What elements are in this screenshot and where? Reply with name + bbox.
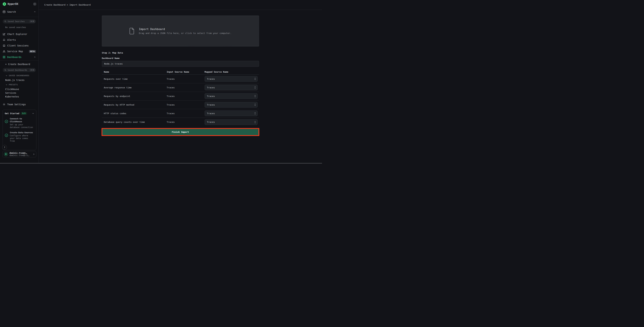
service-map-icon [3,50,6,53]
sidebar-item-client-sessions[interactable]: Client Sessions [0,43,38,48]
sidebar-item-team-settings[interactable]: Team Settings [0,102,38,107]
input-source-name: Traces [167,104,204,106]
tile-name: Average response time [102,86,167,89]
input-source-name: Traces [167,121,204,123]
task-title: Create Data Sources [10,131,34,134]
table-row: Requests by endpoint Traces Traces [102,92,259,100]
divider [0,60,38,61]
table-row: Requests over time Traces Traces [102,75,259,83]
dashboard-name-label: Dashboard Name [102,57,259,60]
input-source-name: Traces [167,78,204,80]
chevron-updown-icon [254,103,256,106]
sidebar-item-dashboards[interactable]: Dashboards [0,54,38,60]
search-icon [4,69,6,71]
input-source-name: Traces [167,95,204,98]
mapped-source-select[interactable]: Traces [204,119,258,125]
sidebar-nav: Chart Explorer Alerts Client Sessions [0,31,38,60]
beta-badge: BETA [29,50,36,53]
breadcrumb-separator: > [67,4,68,6]
presets-section-header[interactable]: PRESETS [6,84,38,86]
chevron-up-icon[interactable] [34,11,36,13]
help-button[interactable]: ? [2,145,7,150]
preset-item-services[interactable]: Services [5,92,38,94]
chevron-up-icon[interactable] [34,56,36,58]
task-description: Set up your database connection [10,123,34,129]
step-label: Step 2: Map Data [102,52,259,54]
preset-item-kubernetes[interactable]: Kubernetes [5,95,38,98]
top-bar: Create Dashboard > Import Dashboard [39,0,322,10]
hyperdx-logo-icon [3,2,6,6]
select-value: Traces [207,78,215,80]
tile-name: Requests by endpoint [102,95,167,98]
chevron-updown-icon [254,78,256,80]
select-value: Traces [207,121,215,123]
table-header-row: Name Input Source Name Mapped Source Nam… [102,69,259,75]
user-account-button[interactable]: D dominic.tran@c… dominic.tran@cli… [2,151,36,158]
app: HyperDX Search Saved Searches ⌘ K [0,0,322,164]
avatar: D [4,152,8,156]
create-dashboard-label: Create Dashboard [8,63,30,66]
tile-name: Requests over time [102,78,167,80]
app-title: HyperDX [8,2,32,6]
chevron-updown-icon [254,121,256,124]
mapped-source-select[interactable]: Traces [204,102,258,108]
import-content: Import Dashboard Drag and drop a JSON fi… [102,16,259,136]
sidebar-item-label: Client Sessions [7,44,28,47]
chevron-up-icon[interactable] [32,112,34,114]
chevron-right-icon [33,153,35,155]
chevron-down-icon [6,75,8,76]
sidebar-item-service-map[interactable]: Service Map BETA [0,48,38,54]
finish-import-button[interactable]: Finish Import [102,129,258,135]
horizontal-scrollbar[interactable] [0,163,322,164]
saved-dashboards-placeholder: Saved Dashboards [8,69,28,71]
section-label: SAVED DASHBOARDS [9,74,30,77]
tile-name: HTTP status codes [102,112,167,115]
get-started-progress-badge: 3/3 [20,112,27,115]
breadcrumb: Create Dashboard > Import Dashboard [44,4,90,6]
logo-row: HyperDX [0,0,38,8]
mapped-source-select[interactable]: Traces [204,84,258,90]
task-title: Connect to ClickHouse [10,118,34,123]
saved-dashboards-section-header[interactable]: SAVED DASHBOARDS [6,74,38,77]
sidebar-item-chart-explorer[interactable]: Chart Explorer [0,31,38,37]
laptop-icon [3,44,6,47]
mapped-source-select[interactable]: Traces [204,110,258,116]
chevron-down-icon [6,84,8,86]
column-header-input-source: Input Source Name [167,70,204,73]
saved-dashboard-item[interactable]: Node.js traces [5,79,38,82]
sidebar: HyperDX Search Saved Searches ⌘ K [0,0,39,164]
sidebar-item-label: Chart Explorer [7,33,27,36]
sidebar-item-alerts[interactable]: Alerts [0,37,38,43]
collapse-sidebar-icon[interactable] [34,3,36,6]
select-value: Traces [207,112,215,115]
select-value: Traces [207,95,215,98]
get-started-title: Get Started [5,112,19,115]
sidebar-item-search[interactable]: Search [0,9,38,14]
column-header-mapped-source: Mapped Source Name [204,70,259,73]
file-dropzone[interactable]: Import Dashboard Drag and drop a JSON fi… [102,16,259,46]
get-started-item-connect[interactable]: Connect to ClickHouse Set up your databa… [5,118,34,129]
input-source-name: Traces [167,112,204,115]
breadcrumb-create-dashboard[interactable]: Create Dashboard [44,4,66,6]
saved-searches-input[interactable]: Saved Searches ⌘ K [3,19,36,24]
get-started-item-sources[interactable]: Create Data Sources Configure where your… [5,131,34,142]
preset-item-clickhouse[interactable]: ClickHouse [5,88,38,91]
dashboard-name-input[interactable] [102,61,259,67]
tile-name: Requests by HTTP method [102,104,167,106]
saved-dashboards-input[interactable]: Saved Dashboards ⌘ K [3,68,36,72]
question-mark-icon: ? [4,146,5,149]
mapped-source-select[interactable]: Traces [204,76,258,82]
input-source-name: Traces [167,86,204,89]
file-icon [129,28,134,34]
select-value: Traces [207,104,215,106]
table-row: Average response time Traces Traces [102,83,259,92]
search-icon [4,20,6,22]
get-started-panel: Get Started 3/3 Connect to ClickHouse Se… [2,110,36,150]
create-dashboard-button[interactable]: + Create Dashboard [0,62,38,67]
sidebar-item-label: Service Map [7,50,23,53]
mapped-source-select[interactable]: Traces [204,93,258,99]
finish-import-highlight: Finish Import [102,128,259,136]
dashboards-icon [3,56,6,58]
table-row: Database query counts over time Traces T… [102,118,259,126]
dropzone-title: Import Dashboard [139,28,232,31]
